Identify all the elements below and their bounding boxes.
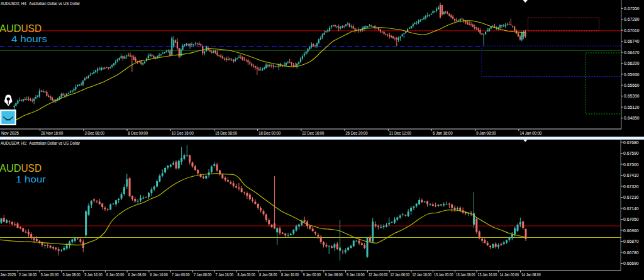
svg-text:8 Dec 00:00: 8 Dec 00:00 <box>128 130 148 136</box>
svg-text:9 Jan 08:00: 9 Jan 08:00 <box>325 272 343 277</box>
svg-text:10 Dec 16:00: 10 Dec 16:00 <box>172 130 194 136</box>
svg-text:0.65390: 0.65390 <box>624 93 640 99</box>
svg-text:14 Jan 08:00: 14 Jan 08:00 <box>521 272 541 277</box>
svg-text:26 Dec 20:00: 26 Dec 20:00 <box>346 130 368 136</box>
svg-text:0.67280: 0.67280 <box>624 16 640 22</box>
svg-text:0.67550: 0.67550 <box>624 6 640 11</box>
svg-text:2 Jan 16:00: 2 Jan 16:00 <box>19 272 37 277</box>
svg-text:8 Jan 16:00: 8 Jan 16:00 <box>281 272 299 277</box>
svg-text:0.67320: 0.67320 <box>623 184 639 189</box>
svg-text:0.66470: 0.66470 <box>624 50 640 55</box>
svg-text:0.66960: 0.66960 <box>623 228 639 233</box>
svg-text:3 Dec 08:00: 3 Dec 08:00 <box>84 130 104 136</box>
svg-text:9 Jan 16:00: 9 Jan 16:00 <box>347 272 365 277</box>
svg-text:8 Jan 00:00: 8 Jan 00:00 <box>237 272 255 277</box>
svg-text:USD: USD <box>21 162 42 174</box>
svg-text:0.66690: 0.66690 <box>623 260 639 266</box>
svg-text:AUDUSD#, H4: Australian Dolla: AUDUSD#, H4: Australian Dollar vs US Dol… <box>1 1 80 6</box>
svg-text:15 Dec 08:00: 15 Dec 08:00 <box>215 130 237 136</box>
svg-text:AUD: AUD <box>0 162 21 174</box>
svg-text:0.67140: 0.67140 <box>623 206 639 211</box>
svg-text:5 Jan 08:00: 5 Jan 08:00 <box>62 272 80 277</box>
svg-text:0.65120: 0.65120 <box>624 104 640 110</box>
svg-text:0.64850: 0.64850 <box>624 115 640 121</box>
svg-text:28 Nov 16:00: 28 Nov 16:00 <box>41 130 63 136</box>
svg-text:0.67680: 0.67680 <box>623 140 639 145</box>
svg-text:USD: USD <box>21 23 42 34</box>
svg-text:6 Jan 00:00: 6 Jan 00:00 <box>106 272 125 277</box>
svg-text:13 Jan 00:00: 13 Jan 00:00 <box>434 272 453 277</box>
svg-text:9 Jan 08:00: 9 Jan 08:00 <box>476 130 496 136</box>
svg-text:7 Jan 08:00: 7 Jan 08:00 <box>194 272 212 277</box>
svg-text:Nov 2025: Nov 2025 <box>1 130 19 136</box>
svg-text:0.67410: 0.67410 <box>623 172 639 178</box>
svg-text:0.67050: 0.67050 <box>623 216 639 222</box>
svg-text:0.67590: 0.67590 <box>623 150 639 156</box>
svg-text:0.66780: 0.66780 <box>623 250 639 255</box>
svg-text:6 Jan 08:00: 6 Jan 08:00 <box>128 272 147 277</box>
svg-text:5 Jan 00:00: 5 Jan 00:00 <box>41 272 59 277</box>
svg-text:12 Jan 08:00: 12 Jan 08:00 <box>391 272 410 277</box>
svg-text:13 Jan 08:00: 13 Jan 08:00 <box>456 272 475 277</box>
svg-text:0.67500: 0.67500 <box>623 162 639 167</box>
svg-text:14 Jan 00:00: 14 Jan 00:00 <box>519 130 541 136</box>
svg-text:0.66200: 0.66200 <box>624 60 640 66</box>
svg-text:5 Jan 16:00: 5 Jan 16:00 <box>84 272 103 277</box>
svg-text:9 Jan 00:00: 9 Jan 00:00 <box>303 272 321 277</box>
svg-text:Jan 2026: Jan 2026 <box>1 272 16 277</box>
svg-text:6 Jan 16:00: 6 Jan 16:00 <box>150 272 168 277</box>
svg-text:0.67230: 0.67230 <box>623 194 639 200</box>
svg-text:7 Jan 16:00: 7 Jan 16:00 <box>216 272 234 277</box>
svg-text:12 Jan 16:00: 12 Jan 16:00 <box>412 272 431 277</box>
svg-text:13 Jan 16:00: 13 Jan 16:00 <box>478 272 497 277</box>
svg-text:0.66870: 0.66870 <box>623 238 639 244</box>
svg-text:18 Dec 00:00: 18 Dec 00:00 <box>258 130 280 136</box>
svg-text:0.65930: 0.65930 <box>624 72 640 77</box>
svg-text:7 Jan 00:00: 7 Jan 00:00 <box>172 272 190 277</box>
svg-text:31 Dec 12:00: 31 Dec 12:00 <box>389 130 411 136</box>
svg-text:14 Jan 00:00: 14 Jan 00:00 <box>499 272 519 277</box>
svg-text:22 Dec 16:00: 22 Dec 16:00 <box>302 130 324 136</box>
svg-text:AUDUSD#, H1: Australian Dolla: AUDUSD#, H1: Australian Dollar vs US Dol… <box>1 140 80 146</box>
svg-text:0.66740: 0.66740 <box>624 38 640 44</box>
svg-text:8 Jan 08:00: 8 Jan 08:00 <box>259 272 277 277</box>
svg-text:4 hours: 4 hours <box>11 33 47 44</box>
svg-text:0.67010: 0.67010 <box>624 28 640 33</box>
svg-text:6 Jan 16:00: 6 Jan 16:00 <box>433 130 453 136</box>
svg-text:1 hour: 1 hour <box>16 174 46 184</box>
svg-text:12 Jan 00:00: 12 Jan 00:00 <box>369 272 388 277</box>
svg-text:0.65660: 0.65660 <box>624 82 640 88</box>
svg-text:AUD: AUD <box>0 23 21 34</box>
